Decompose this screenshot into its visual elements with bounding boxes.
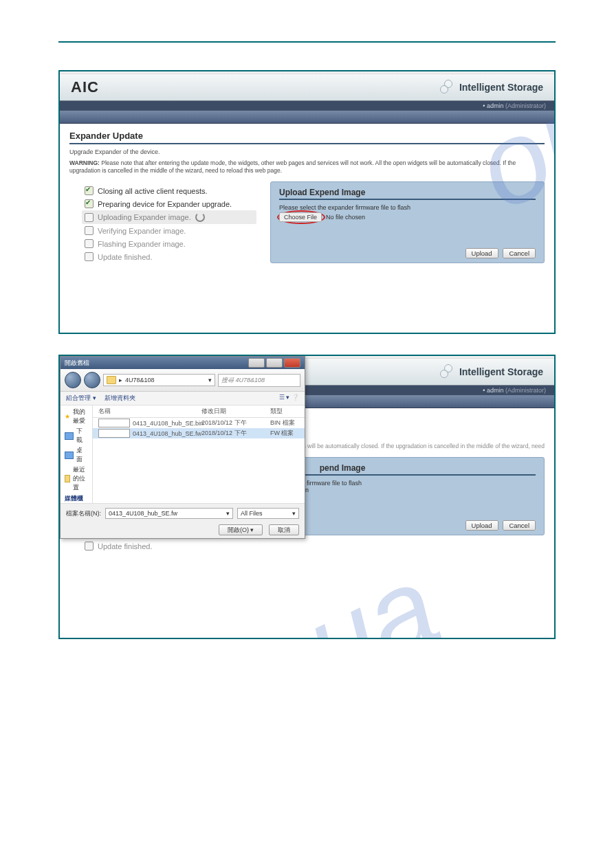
open-label: 開啟(O) — [228, 526, 249, 533]
folder-tree[interactable]: ★我的最愛 下載 桌面 最近的位置 媒體櫃 文件 音樂 視訊 圖片 家用群組 — [61, 405, 93, 503]
step-item: Update finished. — [85, 250, 256, 263]
tree-item[interactable]: 桌面 — [76, 446, 88, 464]
check-icon — [85, 186, 94, 195]
path-input[interactable]: ▸4U78&108▾ — [103, 374, 215, 386]
file-header: 名稱 修改日期 類型 — [93, 405, 305, 418]
user-name: admin — [487, 387, 504, 394]
tree-item[interactable]: 最近的位置 — [73, 465, 89, 492]
tree-fav: 我的最愛 — [73, 408, 88, 425]
file-icon — [98, 429, 130, 438]
watermark: ve.c — [299, 298, 545, 334]
filetype-value: All Files — [241, 510, 263, 517]
checkbox-icon — [85, 542, 94, 550]
user-name: admin — [487, 102, 504, 109]
download-icon — [65, 432, 74, 440]
desktop-icon — [65, 452, 74, 459]
user-role: (Administrator) — [505, 387, 546, 394]
warning-label: WARNING: — [69, 159, 100, 166]
search-input[interactable]: 搜尋 4U78&108 — [218, 374, 300, 387]
screenshot-file-dialog: AIC Intelligent Storage • admin (Adminis… — [58, 355, 556, 639]
brand-icon — [437, 364, 455, 379]
step-list: Closing all active client requests. Prep… — [69, 181, 256, 263]
step-label: Verifying Expander image. — [98, 227, 186, 235]
file-icon — [98, 419, 130, 427]
file-name: 0413_4U108_hub_SE.fw — [133, 430, 201, 437]
file-list: 名稱 修改日期 類型 0413_4U108_hub_SE.bin 2018/10… — [93, 405, 305, 503]
user-bar: • admin (Administrator) — [60, 101, 554, 111]
col-date[interactable]: 修改日期 — [201, 407, 270, 416]
minimize-icon[interactable] — [248, 358, 265, 368]
dialog-buttons: 開啟(O) ▾ 取消 — [61, 523, 305, 537]
tree-item[interactable]: 下載 — [76, 427, 88, 445]
upload-instruction: Please select the expander firmware file… — [279, 204, 536, 211]
upload-sub1: expander firmware file to flash — [279, 480, 536, 487]
choose-file-button[interactable]: Choose File — [279, 212, 322, 222]
user-role: (Administrator) — [505, 102, 546, 109]
checkbox-icon — [85, 226, 94, 235]
step-item: Verifying Expander image. — [85, 224, 256, 237]
forward-icon[interactable] — [84, 372, 100, 388]
page-title: Expander Update — [69, 131, 545, 144]
menu-bar[interactable] — [60, 111, 554, 124]
check-icon — [85, 199, 94, 208]
step-label: Uploading Expander image. — [98, 213, 191, 221]
upload-panel: Upload Expend Image Please select the ex… — [270, 181, 545, 263]
step-label: Flashing Expander image. — [98, 240, 186, 248]
step-label: Update finished. — [98, 542, 153, 550]
organize-menu[interactable]: 組合管理 ▾ — [66, 394, 96, 403]
new-folder-button[interactable]: 新增資料夾 — [105, 394, 135, 403]
step-item: Flashing Expander image. — [85, 237, 256, 250]
cancel-button[interactable]: Cancel — [503, 520, 536, 531]
file-open-dialog: 開啟舊檔 ▸4U78&108▾ 搜尋 4U78&108 組合管理 ▾ 新增資料夾… — [60, 356, 305, 539]
step-item: Update finished. — [69, 539, 545, 553]
maximize-icon[interactable] — [266, 358, 283, 368]
upload-sub2: file chosen — [279, 487, 536, 493]
file-date: 2018/10/12 下午 — [201, 429, 270, 438]
no-file-label: No file chosen — [326, 214, 365, 221]
brand-icon — [437, 80, 455, 95]
checkbox-icon — [85, 213, 94, 222]
file-type: BIN 檔案 — [270, 419, 305, 427]
col-name[interactable]: 名稱 — [93, 407, 201, 416]
brand-name: Intelligent Storage — [459, 366, 543, 377]
file-type: FW 檔案 — [270, 429, 305, 438]
cancel-button[interactable]: Cancel — [503, 248, 536, 258]
filename-value: 0413_4U108_hub_SE.fw — [109, 510, 177, 517]
filename-label: 檔案名稱(N): — [66, 509, 101, 518]
step-item: Preparing device for Expander upgrade. — [85, 197, 256, 210]
col-type[interactable]: 類型 — [270, 407, 305, 416]
logo: AIC — [71, 78, 99, 96]
warning-body: Please note that after entering the upda… — [69, 159, 516, 174]
step-label: Closing all active client requests. — [98, 187, 208, 195]
tree-lib: 媒體櫃 — [61, 493, 92, 503]
step-item-current: Uploading Expander image. — [82, 210, 256, 224]
file-row[interactable]: 0413_4U108_hub_SE.bin 2018/10/12 下午 BIN … — [93, 418, 305, 428]
cancel-button[interactable]: 取消 — [269, 524, 299, 535]
dialog-titlebar: 開啟舊檔 — [61, 357, 305, 369]
step-item: Closing all active client requests. — [85, 184, 256, 197]
file-date: 2018/10/12 下午 — [201, 419, 270, 427]
brand-name: Intelligent Storage — [459, 82, 543, 93]
filetype-select[interactable]: All Files▾ — [237, 508, 299, 519]
recent-icon — [65, 475, 70, 482]
page-subtitle: Upgrade Expander of the device. — [69, 148, 545, 155]
back-icon[interactable] — [65, 372, 81, 388]
dialog-title: 開啟舊檔 — [65, 359, 89, 368]
open-button[interactable]: 開啟(O) ▾ — [219, 524, 263, 535]
step-label: Preparing device for Expander upgrade. — [98, 200, 232, 208]
warning-text: WARNING: Please note that after entering… — [69, 159, 545, 175]
upload-panel: Upload Expend Image expander firmware fi… — [270, 457, 545, 535]
dialog-toolbar: 組合管理 ▾ 新增資料夾 ☰ ▾ ❔ — [61, 392, 305, 405]
file-row-selected[interactable]: 0413_4U108_hub_SE.fw 2018/10/12 下午 FW 檔案 — [93, 428, 305, 438]
dialog-bottom: 檔案名稱(N): 0413_4U108_hub_SE.fw▾ All Files… — [61, 503, 305, 523]
filename-input[interactable]: 0413_4U108_hub_SE.fw▾ — [105, 508, 233, 519]
folder-icon — [107, 376, 116, 384]
upload-button[interactable]: Upload — [465, 520, 498, 531]
upload-title: Upload Expend Image — [279, 188, 536, 200]
dialog-nav: ▸4U78&108▾ 搜尋 4U78&108 — [61, 369, 305, 392]
checkbox-icon — [85, 239, 94, 248]
upload-button[interactable]: Upload — [465, 248, 498, 258]
upload-title-partial: Upload Expend Image — [279, 463, 536, 476]
path-text: 4U78&108 — [125, 377, 155, 383]
close-icon[interactable] — [284, 358, 300, 368]
